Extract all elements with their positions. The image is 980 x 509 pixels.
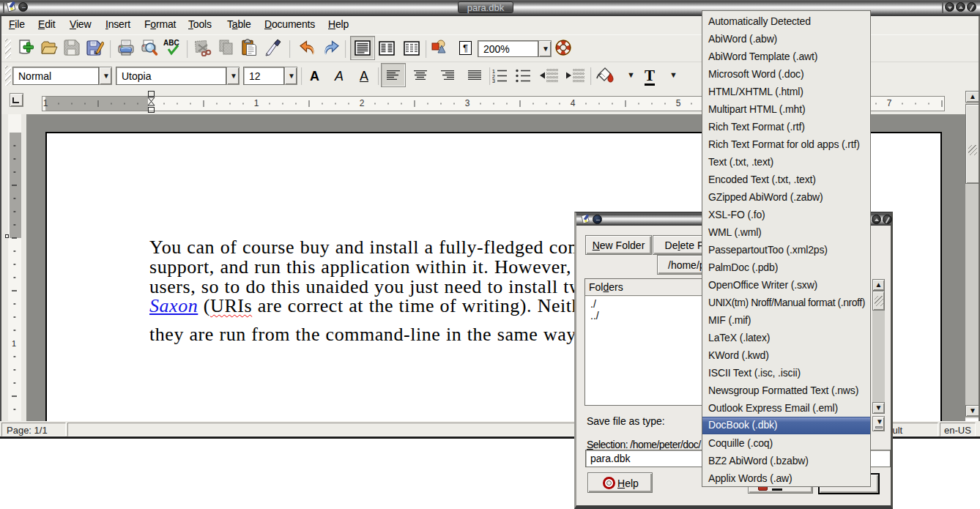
svg-text:1: 1 bbox=[492, 69, 495, 74]
svg-text:3: 3 bbox=[492, 78, 495, 83]
svg-text:2: 2 bbox=[360, 98, 365, 108]
svg-text:3: 3 bbox=[465, 98, 470, 108]
svg-text:7: 7 bbox=[887, 98, 892, 108]
svg-text:1: 1 bbox=[12, 339, 16, 348]
svg-text:1: 1 bbox=[43, 98, 48, 108]
svg-text:4: 4 bbox=[571, 98, 576, 108]
svg-text:5: 5 bbox=[676, 98, 681, 108]
svg-text:1: 1 bbox=[254, 98, 259, 108]
